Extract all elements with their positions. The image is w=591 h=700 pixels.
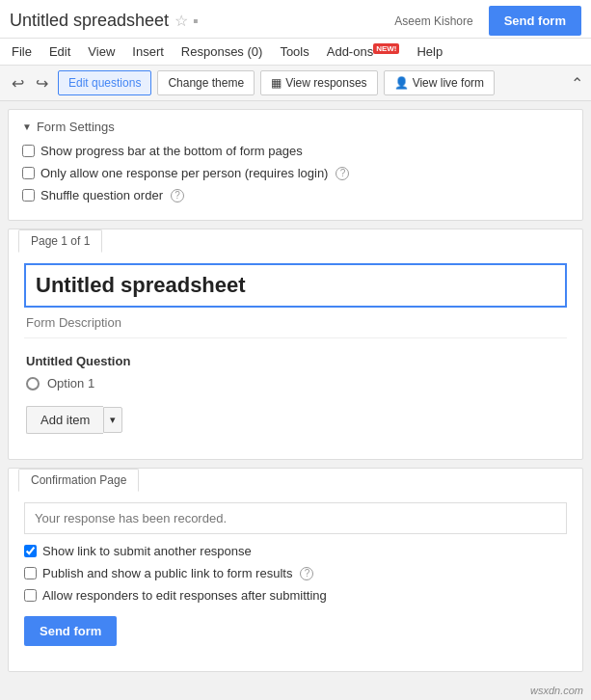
star-icon[interactable]: ☆ xyxy=(175,12,188,30)
checkbox-progress-bar-input[interactable] xyxy=(22,145,35,157)
confirmation-message-input[interactable] xyxy=(24,502,567,534)
help-icon-publish[interactable]: ? xyxy=(300,567,313,580)
menu-insert[interactable]: Insert xyxy=(130,42,166,61)
checkbox-allow-edit-label: Allow responders to edit responses after… xyxy=(42,588,327,603)
menu-file[interactable]: File xyxy=(10,42,34,61)
spreadsheet-title: Untitled spreadsheet xyxy=(10,11,169,31)
toolbar: ↩ ↪ Edit questions Change theme ▦ View r… xyxy=(0,66,591,101)
confirmation-card: Confirmation Page Show link to submit an… xyxy=(8,468,583,672)
form-settings-label: Form Settings xyxy=(37,120,115,134)
checkbox-publish-link-label: Publish and show a public link to form r… xyxy=(42,566,292,580)
menu-help[interactable]: Help xyxy=(415,42,444,61)
menu-addons[interactable]: Add-onsNEW! xyxy=(325,42,402,61)
form-settings-card: ▼ Form Settings Show progress bar at the… xyxy=(8,109,583,221)
menu-edit[interactable]: Edit xyxy=(47,42,72,61)
checkbox-allow-edit-input[interactable] xyxy=(24,589,37,602)
checkbox-show-link-input[interactable] xyxy=(24,545,37,557)
checkbox-progress-bar: Show progress bar at the bottom of form … xyxy=(22,144,569,158)
new-badge: NEW! xyxy=(373,43,399,54)
watermark: wsxdn.com xyxy=(530,685,583,696)
checkbox-publish-link: Publish and show a public link to form r… xyxy=(24,566,567,580)
send-form-top-button[interactable]: Send form xyxy=(489,6,581,36)
checkbox-one-response: Only allow one response per person (requ… xyxy=(22,166,569,180)
page-card: Page 1 of 1 Untitled Question Option 1 A… xyxy=(8,229,583,460)
radio-option-1: Option 1 xyxy=(26,376,565,390)
title-left: Untitled spreadsheet ☆ ▪ xyxy=(10,11,199,31)
checkbox-shuffle-label: Shuffle question order xyxy=(40,188,163,202)
main-content: ▼ Form Settings Show progress bar at the… xyxy=(0,101,591,680)
question-label: Untitled Question xyxy=(26,354,565,368)
question-section: Untitled Question Option 1 xyxy=(24,354,567,390)
add-item-button[interactable]: Add item xyxy=(26,406,103,434)
view-responses-label: View responses xyxy=(285,76,367,90)
checkbox-allow-edit: Allow responders to edit responses after… xyxy=(24,588,567,603)
undo-redo-group: ↩ ↪ xyxy=(8,72,52,94)
page-tab: Page 1 of 1 xyxy=(18,229,102,253)
form-title-input[interactable] xyxy=(24,263,567,308)
undo-button[interactable]: ↩ xyxy=(8,72,28,94)
edit-questions-button[interactable]: Edit questions xyxy=(58,70,151,95)
add-item-dropdown-button[interactable]: ▾ xyxy=(103,407,122,433)
add-item-area: Add item ▾ xyxy=(24,406,567,434)
collapse-button[interactable]: ⌃ xyxy=(571,74,583,93)
confirmation-inner: Show link to submit another response Pub… xyxy=(9,491,582,658)
menu-responses[interactable]: Responses (0) xyxy=(179,42,265,61)
change-theme-button[interactable]: Change theme xyxy=(157,70,255,95)
menu-bar: File Edit View Insert Responses (0) Tool… xyxy=(0,39,591,66)
help-icon-one-response[interactable]: ? xyxy=(336,167,349,180)
option-1-label: Option 1 xyxy=(47,376,94,390)
radio-circle-icon xyxy=(26,377,40,390)
confirmation-tab: Confirmation Page xyxy=(18,469,139,492)
checkbox-progress-bar-label: Show progress bar at the bottom of form … xyxy=(40,144,303,158)
user-name: Aseem Kishore xyxy=(394,14,472,28)
form-description-input[interactable] xyxy=(24,308,567,338)
view-live-form-label: View live form xyxy=(413,76,484,90)
checkbox-show-link: Show link to submit another response xyxy=(24,544,567,558)
checkbox-one-response-input[interactable] xyxy=(22,167,35,179)
checkbox-shuffle-input[interactable] xyxy=(22,189,35,202)
checkbox-show-link-label: Show link to submit another response xyxy=(42,544,252,558)
checkbox-shuffle: Shuffle question order ? xyxy=(22,188,569,202)
view-live-form-button[interactable]: 👤 View live form xyxy=(384,70,495,95)
folder-icon[interactable]: ▪ xyxy=(193,13,199,30)
menu-tools[interactable]: Tools xyxy=(278,42,310,61)
menu-view[interactable]: View xyxy=(86,42,117,61)
checkbox-one-response-label: Only allow one response per person (requ… xyxy=(40,166,328,180)
redo-button[interactable]: ↪ xyxy=(32,72,52,94)
page-inner: Untitled Question Option 1 Add item ▾ xyxy=(9,252,582,445)
title-bar: Untitled spreadsheet ☆ ▪ Aseem Kishore S… xyxy=(0,0,591,39)
person-icon: 👤 xyxy=(394,76,409,90)
form-settings-header[interactable]: ▼ Form Settings xyxy=(22,120,569,134)
checkbox-publish-link-input[interactable] xyxy=(24,567,37,579)
send-form-bottom-button[interactable]: Send form xyxy=(24,616,117,646)
title-icons: ☆ ▪ xyxy=(175,12,199,30)
view-responses-button[interactable]: ▦ View responses xyxy=(260,70,378,95)
table-icon: ▦ xyxy=(271,76,282,90)
title-right: Aseem Kishore Send form xyxy=(394,6,581,36)
help-icon-shuffle[interactable]: ? xyxy=(171,189,184,202)
collapse-triangle-icon: ▼ xyxy=(22,121,32,132)
